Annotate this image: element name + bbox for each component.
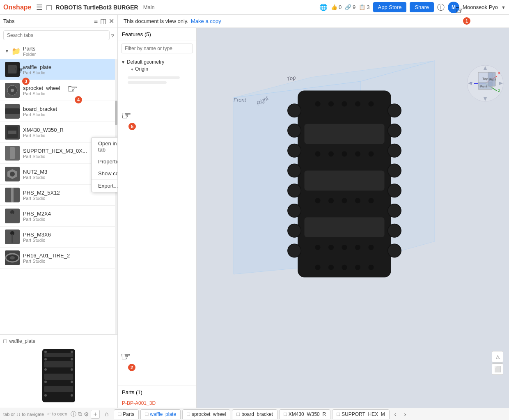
add-tab-button[interactable]: + (91, 410, 100, 419)
username-label[interactable]: Moonseok Pyo (463, 4, 498, 10)
xm430-tab-label: XM430_W350_R (289, 411, 326, 417)
orientation-cube[interactable]: X Z Y Top Front Right (466, 64, 505, 103)
svg-marker-32 (234, 81, 361, 274)
tab-info: PHS_M3X6 Part Studio (23, 232, 112, 243)
folder-type: Folder (23, 52, 36, 57)
tab-item-waffle-plate[interactable]: waffle_plate Part Studio (0, 59, 117, 80)
tab-item-sprocket-wheel[interactable]: sprocket_wheel Part Studio (0, 80, 117, 101)
bottom-tab-xm430[interactable]: □ XM430_W350_R (279, 409, 330, 419)
context-menu: Open in new browser tab Properties... Sh… (91, 137, 117, 192)
tab-thumb (5, 167, 20, 181)
appstore-button[interactable]: App Store (373, 2, 407, 12)
search-tabs-input[interactable] (3, 30, 110, 40)
shading-mode-button[interactable]: ⬜ (492, 363, 503, 375)
xm430-tab-icon: □ (284, 411, 287, 417)
svg-point-64 (369, 151, 374, 156)
context-menu-item-properties[interactable]: Properties... (92, 156, 117, 168)
hamburger-menu-icon[interactable]: ☰ (36, 3, 43, 12)
tab-info: board_bracket Part Studio (23, 106, 112, 117)
bottom-tab-waffle-plate[interactable]: □ waffle_plate (140, 409, 181, 419)
svg-point-38 (288, 144, 301, 158)
globe-icon[interactable]: 🌐 (319, 3, 328, 11)
scroll-tabs-left-button[interactable]: ‹ (391, 410, 399, 418)
scroll-tabs-right-button[interactable]: › (401, 410, 409, 418)
copy-icon: 📋 (359, 4, 365, 10)
right-panel: This document is view only. Make a copy … (118, 15, 509, 408)
svg-point-37 (288, 124, 301, 138)
svg-point-23 (71, 351, 73, 353)
tab-list: waffle_plate Part Studio Open in new bro… (0, 59, 117, 334)
tab-name: PHS_M2X4 (23, 211, 112, 217)
svg-point-61 (328, 151, 334, 156)
view-options-button[interactable]: △ (492, 351, 503, 363)
help-circle-icon[interactable]: ⓘ (71, 411, 76, 418)
context-menu-item-show-code[interactable]: Show code (92, 168, 117, 179)
svg-text:X: X (498, 71, 500, 75)
parts-item[interactable]: P-BP-A001_3D (118, 399, 196, 408)
copies-button[interactable]: 📋 3 (359, 4, 369, 10)
context-menu-item-open-new-tab[interactable]: Open in new browser tab (92, 138, 117, 156)
parts-header: Parts (1) (118, 386, 196, 399)
copies-count: 3 (367, 4, 369, 10)
likes-count: 0 (339, 4, 342, 10)
expand-icon[interactable]: ⧉ (78, 411, 82, 418)
tab-item-pr16-a01-tire[interactable]: PR16_A01_TIRE_2 Part Studio (0, 248, 117, 269)
make-copy-link[interactable]: Make a copy (191, 18, 221, 24)
svg-point-39 (288, 164, 301, 177)
canvas-area[interactable]: Front Top Right (197, 28, 509, 408)
share-button[interactable]: Share (410, 2, 434, 12)
home-button[interactable]: ⌂ (101, 409, 112, 419)
chevron-down-icon[interactable]: ▼ (501, 5, 506, 10)
feature-group-header[interactable]: ▼ Default geometry (121, 59, 193, 65)
tab-item-phs-m3x6[interactable]: PHS_M3X6 Part Studio (0, 227, 117, 248)
folder-icon: 📁 (11, 47, 21, 56)
svg-rect-35 (298, 91, 391, 278)
bottom-tab-board-bracket[interactable]: □ board_bracket (232, 409, 277, 419)
svg-point-75 (315, 265, 321, 270)
tab-type: Part Studio (23, 238, 112, 243)
branch-label: Main (143, 4, 155, 10)
context-menu-item-export[interactable]: Export... (92, 179, 117, 192)
chevron-down-icon: ▼ (121, 60, 125, 64)
svg-rect-7 (10, 147, 15, 159)
links-button[interactable]: 🔗 9 (345, 4, 355, 10)
feature-item-label: Origin (135, 66, 148, 72)
thumbs-up-icon: 👍 (331, 4, 337, 10)
scrollbar-thumb[interactable] (115, 101, 117, 125)
tab-item-board-bracket[interactable]: board_bracket Part Studio (0, 101, 117, 122)
bottom-tab-parts[interactable]: □ Parts (114, 409, 139, 419)
svg-point-47 (388, 164, 401, 177)
list-view-icon[interactable]: ≡ (94, 18, 98, 25)
top-label: Top (287, 74, 296, 82)
support-tab-label: SUPPORT_HEX_M (342, 411, 385, 417)
svg-point-22 (44, 351, 47, 353)
tabs-search-bar: ▿ (0, 28, 117, 43)
bottom-tab-support-hex[interactable]: □ SUPPORT_HEX_M (332, 409, 390, 419)
filter-icon[interactable]: ▿ (111, 32, 114, 39)
apps-grid-icon[interactable]: ◫ (46, 3, 52, 11)
tab-thumb (5, 62, 20, 77)
tab-type: Part Studio (23, 259, 112, 264)
bottom-tab-sprocket-wheel[interactable]: □ sprocket_wheel (182, 409, 230, 419)
feature-item-origin[interactable]: ● Origin (121, 65, 193, 73)
features-filter-input[interactable] (121, 44, 193, 53)
likes-button[interactable]: 👍 0 (331, 4, 342, 10)
tab-item-phs-m2x4[interactable]: PHS_M2X4 Part Studio (0, 206, 117, 227)
svg-point-51 (388, 244, 401, 257)
avatar[interactable]: M (448, 2, 459, 13)
folder-item[interactable]: ▼ 📁 Parts Folder (0, 43, 117, 59)
grid-view-icon[interactable]: ◫ (100, 17, 106, 25)
close-tabs-panel-icon[interactable]: ✕ (109, 17, 114, 25)
feature-group-label: Default geometry (127, 59, 164, 65)
board-tab-icon: □ (236, 411, 240, 417)
help-icon[interactable]: ⓘ (437, 2, 445, 12)
svg-point-27 (71, 368, 73, 371)
settings-icon[interactable]: ⚙ (84, 411, 89, 418)
svg-rect-52 (305, 124, 385, 144)
svg-rect-19 (44, 361, 73, 367)
view-only-text: This document is view only. (124, 18, 188, 24)
tab-thumb (5, 230, 20, 244)
logo: Onshape (3, 4, 31, 11)
svg-rect-54 (305, 217, 385, 237)
tab-info: waffle_plate Part Studio (23, 64, 112, 75)
